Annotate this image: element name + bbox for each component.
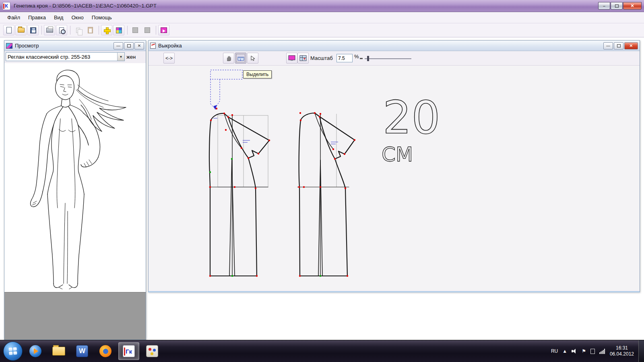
scale-input[interactable]: [336, 54, 353, 62]
fashion-illustration: [8, 66, 136, 289]
pattern-minimize-button[interactable]: —: [603, 42, 613, 49]
pattern-piece-back: [297, 113, 355, 276]
svg-text:1: 1: [239, 58, 241, 61]
print-preview-button[interactable]: [56, 25, 67, 35]
model-select[interactable]: Реглан классический стр. 255-263 ▼: [6, 52, 125, 61]
pattern-mode-button[interactable]: [158, 25, 169, 35]
preview-maximize-button[interactable]: [124, 42, 134, 49]
gray-square-icon: [144, 27, 150, 33]
maximize-icon: [615, 4, 619, 8]
pattern-piece-front: [209, 113, 269, 276]
print-preview-icon: [59, 27, 64, 33]
main-titlebar: К Генетика кроя - D:\8506~1\ACEB~1\E3AC~…: [0, 0, 644, 12]
new-document-icon: [6, 27, 12, 33]
zoom-slider-track[interactable]: [365, 58, 411, 59]
preview-minimize-button[interactable]: —: [114, 42, 123, 49]
start-button[interactable]: [3, 341, 23, 361]
save-button[interactable]: [27, 25, 39, 35]
note-unit: СМ: [382, 143, 413, 166]
cursor-arrow-icon: [250, 56, 255, 61]
close-button[interactable]: ✕: [623, 2, 642, 10]
paste-button[interactable]: [85, 25, 96, 35]
toolbar-separator: [127, 26, 128, 35]
tray-expand-icon[interactable]: ▲: [562, 348, 567, 354]
app-icon: К: [2, 2, 10, 10]
menu-file[interactable]: Файл: [3, 12, 24, 23]
note-value: 20: [383, 91, 440, 144]
clock-date: 06.04.2012: [610, 351, 634, 357]
yellow-plus-icon: [104, 27, 110, 33]
preview-window: Просмотр — ✕ Реглан классический стр. 25…: [4, 40, 146, 340]
pattern-window: Выкройка — ✕ <->: [148, 40, 640, 292]
paint-icon: [146, 345, 158, 357]
pattern-titlebar: Выкройка — ✕: [149, 41, 640, 51]
screen: К Генетика кроя - D:\8506~1\ACEB~1\E3AC~…: [0, 0, 644, 362]
minimize-button[interactable]: −: [598, 2, 610, 10]
taskbar-paint[interactable]: [142, 342, 163, 360]
taskbar-genetika-kroya[interactable]: Гк: [118, 342, 139, 360]
save-icon: [30, 27, 36, 33]
pattern-canvas[interactable]: 20 СМ: [149, 66, 639, 290]
menu-help[interactable]: Помощь: [88, 12, 116, 23]
folder-icon: [52, 347, 65, 356]
new-document-button[interactable]: [3, 25, 14, 35]
measurements-button[interactable]: [297, 53, 309, 64]
menubar: Файл Правка Вид Окно Помощь: [0, 12, 644, 23]
taskbar-explorer[interactable]: [48, 342, 69, 360]
pattern-title: Выкройка: [158, 43, 182, 49]
plot-preview-button[interactable]: [286, 53, 297, 64]
copy-button[interactable]: [72, 25, 84, 35]
maximize-button[interactable]: [611, 2, 623, 10]
system-tray: RU ▲ ⚑ 16:31 06.04.2012: [551, 340, 644, 362]
speaker-icon[interactable]: [572, 349, 577, 354]
open-button[interactable]: [15, 25, 27, 35]
preview-body: [4, 63, 146, 339]
disabled-button-1: [130, 25, 141, 35]
pointer-button[interactable]: [247, 53, 258, 64]
construction-grid: [218, 114, 336, 187]
pan-button[interactable]: [223, 53, 234, 64]
power-status-icon[interactable]: [590, 349, 595, 354]
print-button[interactable]: [44, 25, 55, 35]
chevron-down-icon[interactable]: ▼: [117, 53, 124, 61]
window-title: Генетика кроя - D:\8506~1\ACEB~1\E3AC~1\…: [14, 3, 157, 9]
magenta-tool-icon: [161, 27, 167, 33]
maximize-icon: [617, 44, 621, 47]
table-icon: [299, 55, 307, 61]
print-icon: [46, 28, 53, 33]
model-select-row: Реглан классический стр. 255-263 ▼ жен: [4, 51, 146, 62]
menu-window[interactable]: Окно: [67, 12, 87, 23]
model-select-value: Реглан классический стр. 255-263: [6, 54, 90, 60]
preview-close-button[interactable]: ✕: [134, 42, 144, 49]
gender-label: жен: [126, 54, 136, 60]
menu-view[interactable]: Вид: [50, 12, 68, 23]
pattern-page-icon: [150, 43, 156, 49]
word-icon: W: [76, 345, 88, 357]
picture-icon: [6, 43, 12, 49]
size-table-button[interactable]: [113, 25, 124, 35]
clock[interactable]: 16:31 06.04.2012: [610, 345, 634, 357]
taskbar-firefox[interactable]: [95, 342, 116, 360]
taskbar-word[interactable]: W: [72, 342, 93, 360]
taskbar: W Гк RU ▲ ⚑ 16:31 06.04.2012: [0, 340, 644, 362]
toolbar-separator: [70, 26, 70, 35]
percent-label: %: [354, 53, 359, 60]
show-desktop-button[interactable]: [638, 340, 644, 362]
action-center-flag-icon[interactable]: ⚑: [582, 348, 586, 354]
color-grid-icon: [116, 27, 122, 33]
tooltip: Выделить: [243, 70, 272, 78]
add-button[interactable]: [101, 25, 112, 35]
hand-icon: [226, 55, 232, 61]
language-indicator[interactable]: RU: [551, 348, 558, 354]
pattern-maximize-button[interactable]: [614, 42, 623, 49]
network-signal-icon[interactable]: [599, 349, 605, 354]
fit-width-button[interactable]: <->: [163, 53, 175, 64]
zoom-slider-handle[interactable]: [367, 56, 369, 61]
pattern-close-button[interactable]: ✕: [624, 42, 638, 49]
gray-square-icon: [132, 27, 138, 33]
taskbar-media-player[interactable]: [25, 342, 46, 360]
measure-select-button[interactable]: 1: [235, 53, 246, 64]
menu-edit[interactable]: Правка: [24, 12, 50, 23]
preview-title: Просмотр: [15, 43, 39, 49]
monitor-icon: [288, 55, 295, 61]
